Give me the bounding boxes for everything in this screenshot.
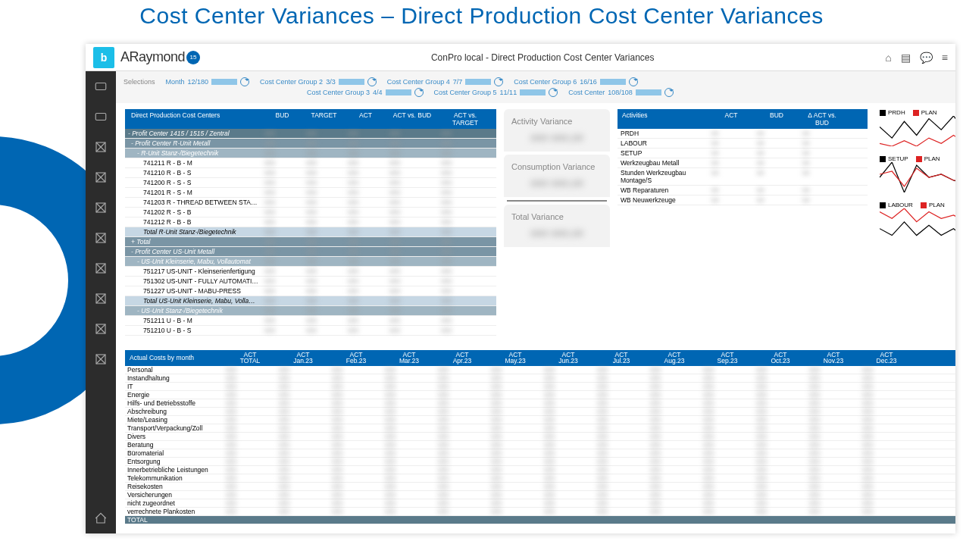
selection-chip[interactable]: Month12/180 [166, 77, 250, 86]
sidebar-nav-e[interactable] [86, 192, 116, 223]
table-row[interactable]: - US-Unit Stanz-/Biegetechnik00000000000… [125, 306, 496, 316]
table-row[interactable]: Versicherungen00000000000000000000000000… [125, 491, 955, 499]
table-row[interactable]: 741203 R - THREAD BETWEEN STAMPING000000… [125, 198, 496, 208]
table-row[interactable]: - Profit Center R-Unit Metall00000000000… [125, 139, 496, 149]
col-header[interactable]: ACT vs. TARGET [438, 109, 492, 129]
refresh-icon[interactable] [494, 77, 503, 86]
sidebar-nav-h[interactable] [86, 283, 116, 314]
table-row[interactable]: Reisekosten00000000000000000000000000000… [125, 483, 955, 491]
table-row[interactable]: - R-Unit Stanz-/Biegetechnik000000000000… [125, 149, 496, 158]
sidebar-nav-j[interactable] [86, 344, 116, 374]
sidebar-nav-i[interactable] [86, 314, 116, 344]
logo-mark: b [93, 47, 114, 68]
table-row[interactable]: Energie000000000000000000000000000000000… [125, 391, 955, 399]
table-row[interactable]: 741212 R - B - B000000000000000 [125, 217, 496, 227]
col-header[interactable]: ACTAug.23 [648, 350, 701, 366]
table-row[interactable]: 741201 R - S - M000000000000000 [125, 188, 496, 198]
table-row[interactable]: Instandhaltung00000000000000000000000000… [125, 374, 955, 383]
table-row[interactable]: Entsorgung000000000000000000000000000000… [125, 458, 955, 466]
refresh-icon[interactable] [414, 88, 424, 97]
table-row[interactable]: Werkzeugbau Metall000000 [618, 158, 868, 168]
table-row[interactable]: 741211 R - B - M000000000000000 [125, 158, 496, 168]
col-header[interactable]: ACTMay.23 [489, 350, 542, 366]
table-row[interactable]: 751217 US-UNIT - Kleinserienfertigung000… [125, 267, 496, 277]
table-row[interactable]: Transport/Verpackung/Zoll000000000000000… [125, 424, 955, 433]
sidebar-nav-d[interactable] [86, 162, 116, 192]
table-row[interactable]: - US-Unit Kleinserie, Mabu, Vollautomat0… [125, 257, 496, 267]
col-header[interactable]: ACTSep.23 [701, 350, 754, 366]
table-row[interactable]: Personal00000000000000000000000000000000… [125, 366, 955, 374]
sidebar-nav-f[interactable] [86, 223, 116, 253]
col-header[interactable]: TARGET [303, 109, 345, 129]
col-header[interactable]: ACTJul.23 [595, 350, 648, 366]
col-header[interactable]: ACTApr.23 [436, 350, 489, 366]
selection-chip[interactable]: Cost Center Group 616/16 [514, 77, 638, 86]
table-row[interactable]: 741210 R - B - S000000000000000 [125, 168, 496, 178]
table-row[interactable]: Stunden Werkzeugbau Montage/S000000 [618, 168, 868, 186]
table-row[interactable]: IT00000000000000000000000000000000000000… [125, 383, 955, 391]
col-header[interactable]: Activities [618, 109, 708, 129]
sidebar-nav-g[interactable] [86, 253, 116, 283]
selection-chip[interactable]: Cost Center Group 47/7 [387, 77, 504, 86]
table-row[interactable]: LABOUR000000 [618, 139, 868, 149]
refresh-icon[interactable] [629, 77, 638, 86]
bookmark-icon[interactable]: ▤ [901, 52, 911, 64]
table-row[interactable]: Innerbetriebliche Leistungen000000000000… [125, 466, 955, 474]
table-row[interactable]: PRDH000000 [618, 129, 868, 139]
refresh-icon[interactable] [549, 88, 558, 97]
col-header[interactable]: Direct Production Cost Centers [125, 109, 261, 129]
col-header[interactable]: ACTOct.23 [754, 350, 807, 366]
chat-icon[interactable]: 💬 [920, 52, 933, 64]
table-row[interactable]: nicht zugeordnet000000000000000000000000… [125, 499, 955, 508]
table-row[interactable]: Total US-Unit Kleinserie, Mabu, Vollauto… [125, 296, 496, 306]
col-header[interactable]: Δ ACT vs. BUD [799, 109, 845, 129]
table-row[interactable]: Miete/Leasing000000000000000000000000000… [125, 416, 955, 424]
table-row[interactable]: 751210 U - B - S000000000000000 [125, 326, 496, 336]
selection-chip[interactable]: Cost Center Group 23/3 [260, 77, 377, 86]
table-row[interactable]: Büromaterial0000000000000000000000000000… [125, 449, 955, 458]
table-row[interactable]: 751302 US-UNIT - FULLY AUTOMATIC MAC0000… [125, 277, 496, 286]
sidebar-home-icon[interactable] [86, 503, 116, 533]
sidebar-nav-a[interactable] [86, 71, 116, 102]
col-header[interactable]: BUD [261, 109, 303, 129]
col-header[interactable]: ACTJan.23 [277, 350, 330, 366]
table-row[interactable]: Hilfs- und Betriebsstoffe000000000000000… [125, 399, 955, 408]
selection-chip[interactable]: Cost Center108/108 [568, 88, 674, 97]
sidebar-nav-b[interactable] [86, 102, 116, 132]
col-header[interactable]: ACTFeb.23 [330, 350, 383, 366]
menu-icon[interactable]: ≡ [942, 52, 948, 64]
col-header[interactable]: ACT [345, 109, 386, 129]
col-header[interactable]: ACTJun.23 [542, 350, 595, 366]
table-row[interactable]: verrechnete Plankosten000000000000000000… [125, 508, 955, 516]
home-icon[interactable]: ⌂ [885, 52, 891, 64]
refresh-icon[interactable] [367, 77, 377, 86]
sidebar-nav-c[interactable] [86, 132, 116, 162]
table-row[interactable]: Beratung00000000000000000000000000000000… [125, 441, 955, 449]
col-header[interactable]: ACT vs. BUD [386, 109, 438, 129]
col-header[interactable]: ACTMar.23 [383, 350, 436, 366]
table-row[interactable]: Telekommunikation00000000000000000000000… [125, 474, 955, 483]
table-row[interactable]: 741202 R - S - B000000000000000 [125, 208, 496, 217]
table-row[interactable]: SETUP000000 [618, 149, 868, 158]
table-row[interactable]: WB Reparaturen000000 [618, 186, 868, 196]
table-row[interactable]: - Profit Center 1415 / 1515 / Zentral000… [125, 129, 496, 139]
col-header[interactable]: ACT [708, 109, 754, 129]
selection-chip[interactable]: Cost Center Group 34/4 [307, 88, 424, 97]
table-row[interactable]: - Profit Center US-Unit Metall0000000000… [125, 247, 496, 257]
table-row[interactable]: 751211 U - B - M000000000000000 [125, 316, 496, 326]
selection-chip[interactable]: Cost Center Group 511/11 [434, 88, 558, 97]
table-row[interactable]: WB Neuwerkzeuge000000 [618, 196, 868, 205]
col-header[interactable]: ACTDec.23 [860, 350, 913, 366]
table-row[interactable]: Divers0000000000000000000000000000000000… [125, 433, 955, 441]
col-header[interactable]: ACTTOTAL [224, 350, 277, 366]
refresh-icon[interactable] [664, 88, 674, 97]
table-row[interactable]: 741200 R - S - S000000000000000 [125, 178, 496, 188]
table-row[interactable]: Total R-Unit Stanz-/Biegetechnik00000000… [125, 227, 496, 237]
col-header[interactable]: ACTNov.23 [807, 350, 860, 366]
col-header[interactable]: Actual Costs by month [125, 350, 224, 366]
table-row[interactable]: 751227 US-UNIT - MABU-PRESS0000000000000… [125, 286, 496, 296]
refresh-icon[interactable] [240, 77, 249, 86]
table-row[interactable]: Abschreibung0000000000000000000000000000… [125, 408, 955, 416]
col-header[interactable]: BUD [754, 109, 799, 129]
table-row[interactable]: + Total000000000000000 [125, 237, 496, 247]
